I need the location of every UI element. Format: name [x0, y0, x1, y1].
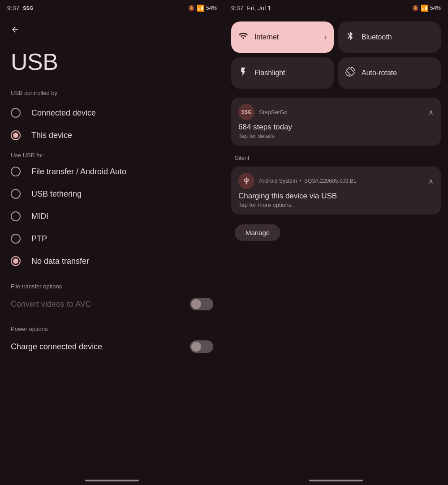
controlled-by-label: USB controlled by — [0, 86, 224, 102]
radio-circle-file — [11, 167, 21, 176]
android-system-name: Android System — [259, 178, 297, 184]
tile-flashlight[interactable]: Flashlight — [231, 57, 334, 89]
notif-header-ssg: SSG StepSetGo ∧ — [238, 104, 434, 120]
toggle-knob-convert — [191, 299, 201, 309]
tile-bluetooth[interactable]: Bluetooth — [338, 21, 441, 53]
bluetooth-icon — [345, 31, 355, 43]
radio-label-midi: MIDI — [31, 212, 48, 221]
radio-circle-connected — [11, 108, 21, 118]
ssg-notif-title: 684 steps today — [238, 123, 434, 132]
android-version-separator: • — [300, 178, 302, 184]
radio-this-device[interactable]: This device — [0, 124, 224, 146]
android-notif-sub: Tap for more options. — [238, 202, 434, 208]
muted-icon-right: 🔕 — [412, 5, 419, 11]
app-label-left: SSG — [23, 5, 33, 11]
charge-connected-toggle[interactable] — [190, 340, 213, 353]
convert-videos-toggle[interactable] — [190, 298, 213, 310]
signal-icon: 📶 — [197, 4, 204, 12]
home-indicator-right — [309, 480, 363, 481]
radio-circle-nodata — [11, 256, 21, 266]
charge-connected-row[interactable]: Charge connected device — [0, 334, 224, 359]
collapse-ssg-icon[interactable]: ∧ — [428, 108, 434, 116]
radio-ptp[interactable]: PTP — [0, 227, 224, 250]
radio-file-transfer[interactable]: File transfer / Android Auto — [0, 160, 224, 183]
status-bar-left: 9:37 SSG 🔕 📶 54% — [0, 0, 224, 16]
android-notif-title: Charging this device via USB — [238, 192, 434, 201]
usb-app-icon — [238, 173, 254, 189]
battery-left: 54% — [206, 5, 217, 11]
file-transfer-options-label: File transfer options — [0, 272, 224, 292]
ssg-app-name: StepSetGo — [259, 109, 288, 116]
tile-internet-label: Internet — [254, 33, 279, 41]
status-icons-left: 🔕 📶 54% — [188, 4, 217, 12]
battery-right: 54% — [430, 5, 441, 11]
power-options-label: Power options — [0, 317, 224, 334]
silent-label: Silent — [224, 149, 448, 163]
status-icons-right: 🔕 📶 54% — [412, 4, 441, 12]
radio-label-ptp: PTP — [31, 234, 47, 244]
radio-circle-tethering — [11, 189, 21, 199]
radio-label-nodata: No data transfer — [31, 257, 89, 266]
status-date: Fri, Jul 1 — [247, 4, 271, 12]
radio-circle-ptp — [11, 234, 21, 244]
notif-header-android: Android System • SQ3A.220605.009.B1 ∧ — [238, 173, 434, 189]
home-indicator-left — [85, 480, 139, 481]
charge-connected-label: Charge connected device — [11, 342, 102, 352]
radio-midi[interactable]: MIDI — [0, 205, 224, 227]
convert-videos-label: Convert videos to AVC — [11, 300, 91, 309]
flashlight-icon — [238, 67, 248, 79]
tile-internet[interactable]: Internet › — [231, 21, 334, 53]
tile-autorotate-label: Auto-rotate — [362, 69, 397, 77]
radio-label-file: File transfer / Android Auto — [31, 167, 126, 176]
manage-button[interactable]: Manage — [235, 224, 280, 241]
ssg-notif-sub: Tap for details — [238, 133, 434, 139]
tile-flashlight-label: Flashlight — [254, 69, 285, 77]
use-usb-label: Use USB for — [0, 146, 224, 160]
toggle-knob-charge — [191, 342, 201, 352]
right-panel: 9:37 Fri, Jul 1 🔕 📶 54% Internet › — [224, 0, 448, 485]
radio-label-tethering: USB tethering — [31, 189, 82, 199]
left-panel: 9:37 SSG 🔕 📶 54% USB USB controlled by C… — [0, 0, 224, 485]
page-title: USB — [0, 41, 224, 86]
android-system-version: SQ3A.220605.009.B1 — [304, 178, 357, 184]
ssg-app-icon: SSG — [238, 104, 254, 120]
convert-videos-row[interactable]: Convert videos to AVC — [0, 292, 224, 317]
radio-label-this: This device — [31, 131, 72, 140]
notif-app-row-android: Android System • SQ3A.220605.009.B1 — [238, 173, 357, 189]
muted-icon: 🔕 — [188, 5, 195, 11]
collapse-android-icon[interactable]: ∧ — [428, 177, 434, 185]
rotate-icon — [345, 67, 355, 79]
notif-app-row-ssg: SSG StepSetGo — [238, 104, 288, 120]
radio-circle-midi — [11, 211, 21, 221]
notification-android[interactable]: Android System • SQ3A.220605.009.B1 ∧ Ch… — [231, 167, 441, 215]
status-bar-right: 9:37 Fri, Jul 1 🔕 📶 54% — [224, 0, 448, 16]
quick-tiles: Internet › Bluetooth Flashlight — [224, 16, 448, 94]
radio-circle-this — [11, 130, 21, 140]
chevron-right-icon: › — [324, 33, 327, 41]
status-time-right: 9:37 — [231, 4, 243, 12]
tile-autorotate[interactable]: Auto-rotate — [338, 57, 441, 89]
back-button[interactable] — [7, 21, 23, 38]
tile-bluetooth-label: Bluetooth — [362, 33, 392, 41]
radio-no-data[interactable]: No data transfer — [0, 250, 224, 272]
radio-connected-device[interactable]: Connected device — [0, 102, 224, 124]
radio-label-connected: Connected device — [31, 108, 96, 118]
radio-usb-tethering[interactable]: USB tethering — [0, 183, 224, 205]
wifi-icon — [238, 31, 248, 43]
notification-stepsetgo[interactable]: SSG StepSetGo ∧ 684 steps today Tap for … — [231, 98, 441, 146]
android-system-info: Android System • SQ3A.220605.009.B1 — [259, 178, 357, 184]
status-time-left: 9:37 — [7, 4, 19, 12]
signal-icon-right: 📶 — [421, 4, 428, 12]
